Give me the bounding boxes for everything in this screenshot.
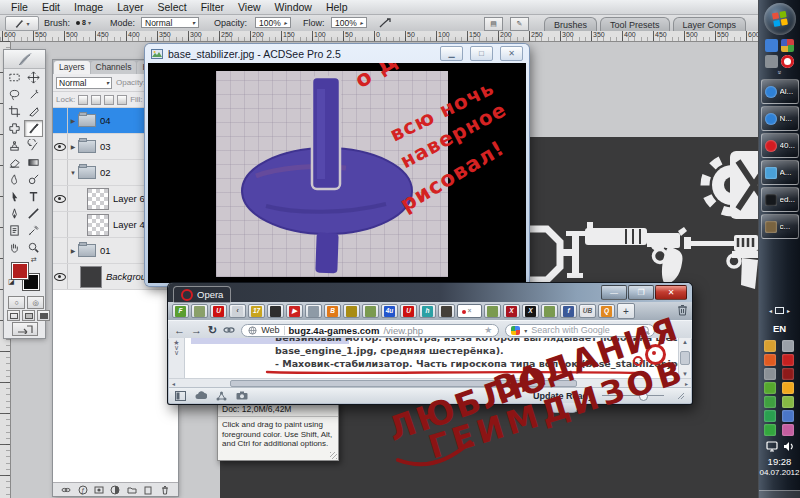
browser-tab[interactable]: ▶ <box>286 304 303 318</box>
tool-button[interactable] <box>5 154 24 171</box>
volume-icon[interactable] <box>783 441 794 452</box>
url-field[interactable]: Web bugz.4a-games.com/view.php ★ <box>241 324 499 337</box>
maximize-button[interactable]: ❐ <box>628 285 654 300</box>
tray-icon[interactable] <box>782 354 794 366</box>
browser-tab[interactable] <box>343 304 360 318</box>
taskbar-app-button[interactable]: Al... <box>761 79 799 104</box>
taskbar-app-button[interactable]: ed... <box>761 187 799 212</box>
visibility-toggle[interactable] <box>53 134 68 159</box>
date[interactable]: 04.07.2012 <box>759 468 799 477</box>
media-grid-icon[interactable] <box>781 39 794 52</box>
visibility-toggle[interactable] <box>53 264 68 289</box>
visibility-toggle[interactable] <box>53 108 68 133</box>
chevron-icon[interactable]: ∨ <box>174 350 179 355</box>
palette-well-tab[interactable]: Brushes <box>544 17 597 31</box>
minimize-button[interactable]: — <box>601 285 627 300</box>
visibility-toggle[interactable] <box>53 212 68 237</box>
tab-channels[interactable]: Channels <box>91 61 137 74</box>
start-button[interactable] <box>764 3 796 35</box>
browser-tab[interactable]: UB <box>579 304 596 318</box>
file-panel-button[interactable]: ▤ <box>484 17 503 31</box>
adjustment-layer-icon[interactable] <box>110 485 120 495</box>
lock-all-icon[interactable] <box>117 95 127 105</box>
tool-button[interactable] <box>24 188 43 205</box>
forward-button[interactable]: → <box>191 325 202 336</box>
browser-tab[interactable] <box>362 304 379 318</box>
fullscreen-menubar-button[interactable] <box>22 310 35 321</box>
browser-tab[interactable]: ‹ <box>229 304 246 318</box>
brush-size-picker[interactable]: 8▾ <box>76 16 102 29</box>
tray-icon[interactable] <box>764 410 776 422</box>
browser-tab[interactable]: h <box>419 304 436 318</box>
palette-well-tab[interactable]: Tool Presets <box>600 17 670 31</box>
resize-grip[interactable] <box>677 392 685 400</box>
tool-button[interactable] <box>24 86 43 103</box>
close-button[interactable]: ✕ <box>500 46 523 61</box>
tab-layers[interactable]: Layers <box>54 61 90 74</box>
tray-icon[interactable] <box>782 340 794 352</box>
tool-button[interactable] <box>24 137 43 154</box>
imageready-button[interactable] <box>12 322 38 336</box>
tool-button[interactable] <box>24 205 43 222</box>
browser-tab[interactable]: B <box>324 304 341 318</box>
tool-button[interactable] <box>24 239 43 256</box>
new-group-icon[interactable] <box>127 485 137 495</box>
close-button[interactable]: ✕ <box>655 285 687 300</box>
quick-mask-button[interactable]: ◎ <box>27 296 44 309</box>
tray-icon[interactable] <box>764 382 776 394</box>
expander-icon[interactable]: ▶ <box>68 143 78 150</box>
menu-item[interactable]: View <box>231 1 268 13</box>
expander-icon[interactable]: ▶ <box>68 247 78 254</box>
tool-button[interactable] <box>24 171 43 188</box>
scroll-right-icon[interactable]: ▸ <box>787 307 790 314</box>
panels-toggle-icon[interactable] <box>175 391 186 401</box>
language-indicator[interactable]: EN <box>773 323 786 334</box>
lock-position-icon[interactable] <box>104 95 114 105</box>
show-desktop-icon[interactable] <box>765 39 778 52</box>
layer-style-icon[interactable]: ƒ <box>78 485 88 495</box>
fullscreen-button[interactable] <box>37 310 50 321</box>
standard-mode-button[interactable]: ○ <box>8 296 25 309</box>
tray-icon[interactable] <box>782 368 794 380</box>
menu-item[interactable]: Select <box>150 1 193 13</box>
opacity-field[interactable]: 100%▸ <box>255 17 291 28</box>
browser-tab[interactable] <box>484 304 501 318</box>
scroll-box-icon[interactable] <box>775 307 784 314</box>
back-button[interactable]: ← <box>174 325 185 336</box>
tray-icon[interactable] <box>782 410 794 422</box>
tray-icon[interactable] <box>782 396 794 408</box>
show-desktop-strip[interactable] <box>759 490 800 498</box>
browser-tab[interactable] <box>541 304 558 318</box>
menu-item[interactable]: File <box>4 1 35 13</box>
browser-tab[interactable]: 17 <box>248 304 265 318</box>
chevron-more-icon[interactable]: » <box>776 71 783 75</box>
palette-well-tab[interactable]: Layer Comps <box>673 17 747 31</box>
tool-button[interactable] <box>5 120 24 137</box>
expander-icon[interactable]: ▼ <box>68 170 78 176</box>
minimize-button[interactable]: ▁ <box>440 46 463 61</box>
acdsee-titlebar[interactable]: base_stabilizer.jpg - ACDSee Pro 2.5 ▁ □… <box>145 44 529 63</box>
opera-menu-button[interactable]: Opera <box>173 286 231 303</box>
bookmark-star-icon[interactable]: ★ <box>484 325 492 335</box>
browser-tab[interactable]: X <box>522 304 539 318</box>
swap-colors-icon[interactable]: ⇄ <box>31 256 37 264</box>
browser-tab[interactable] <box>267 304 284 318</box>
tool-button[interactable] <box>5 239 24 256</box>
link-layers-icon[interactable] <box>61 485 71 495</box>
tool-button[interactable] <box>5 69 24 86</box>
blend-mode-select[interactable]: Normal▾ <box>56 77 112 89</box>
flow-field[interactable]: 100%▸ <box>331 17 367 28</box>
browser-tab[interactable] <box>438 304 455 318</box>
tray-icon[interactable] <box>764 396 776 408</box>
tray-icon[interactable] <box>764 368 776 380</box>
taskbar-app-button[interactable]: N... <box>761 106 799 131</box>
menu-item[interactable]: Filter <box>194 1 231 13</box>
browser-tab[interactable]: U <box>400 304 417 318</box>
taskbar-app-button[interactable]: c... <box>761 214 799 239</box>
panels-strip[interactable]: ★ ∨ ∨ <box>169 338 185 378</box>
opera-link-cloud-icon[interactable] <box>195 391 207 400</box>
visibility-toggle[interactable] <box>53 160 68 185</box>
taskbar-app-button[interactable]: 40... <box>761 133 799 158</box>
acdsee-viewer[interactable]: о Да ! всю ночь наверное рисовал! <box>148 63 526 283</box>
menu-item[interactable]: Image <box>67 1 110 13</box>
